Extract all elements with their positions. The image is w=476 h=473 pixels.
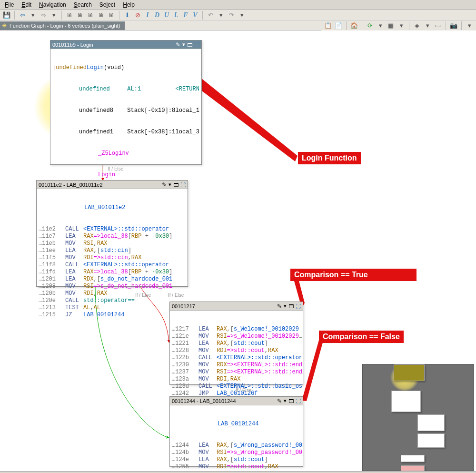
node-title: 001011b9 - Login bbox=[52, 42, 93, 48]
doc5-icon[interactable]: 🗎 bbox=[107, 10, 116, 20]
node-lab11e2[interactable]: 001011e2 - LAB_001011e2 ✎ ▾ 🗖 ⛶ LAB_0010… bbox=[36, 180, 188, 287]
nest-icon[interactable]: ◈ bbox=[412, 21, 422, 30]
menu-file[interactable]: File bbox=[2, 0, 17, 9]
menu-search[interactable]: Search bbox=[71, 0, 95, 9]
refresh-drop-icon[interactable]: ▾ bbox=[376, 21, 385, 30]
back-icon[interactable]: ⇦ bbox=[18, 10, 27, 20]
paste-icon[interactable]: 📄 bbox=[334, 21, 343, 30]
edge-label: If / Else bbox=[236, 388, 251, 393]
svg-marker-1 bbox=[195, 73, 298, 161]
redo-drop-icon[interactable]: ▾ bbox=[237, 10, 247, 20]
menu-icon[interactable]: ▾ bbox=[465, 21, 474, 30]
node-body: LAB_001011e2 …11e2CALL <EXTERNAL>::std::… bbox=[37, 189, 188, 334]
doc1-icon[interactable]: 🗎 bbox=[65, 10, 74, 20]
copy-icon[interactable]: 📋 bbox=[323, 21, 333, 30]
menu-select[interactable]: Select bbox=[97, 0, 118, 9]
node-body: LAB_00101244 …1244LEA RAX,[s_Wrong_passw… bbox=[170, 405, 303, 473]
layout-drop-icon[interactable]: ▾ bbox=[397, 21, 406, 30]
letter-i[interactable]: I bbox=[143, 11, 152, 19]
graph-canvas[interactable]: 001011b9 - Login ✎ ▾ 🗖 ⛶ |undefinedLogin… bbox=[0, 40, 476, 473]
panel-titlebar: ✳ Function Graph - Login - 6 vertices (p… bbox=[0, 21, 476, 30]
chevron-down-icon[interactable]: ▾ bbox=[284, 398, 287, 404]
edit-icon[interactable]: ✎ bbox=[162, 181, 167, 188]
edge-label: If / Else bbox=[135, 292, 151, 298]
menu-bar: File Edit Navigation Search Select Help bbox=[0, 0, 476, 10]
edge-label: If / Else bbox=[168, 292, 184, 298]
expand-icon[interactable]: ⛶ bbox=[194, 42, 199, 48]
restore-icon[interactable]: 🗖 bbox=[173, 182, 178, 188]
undo-drop-icon[interactable]: ▾ bbox=[216, 10, 226, 20]
nest-drop-icon[interactable]: ▾ bbox=[423, 21, 432, 30]
expand-icon[interactable]: ⛶ bbox=[296, 303, 301, 309]
menu-edit[interactable]: Edit bbox=[19, 0, 34, 9]
letter-f[interactable]: F bbox=[181, 11, 190, 19]
snapshot-icon[interactable]: 📷 bbox=[449, 21, 458, 30]
block-icon[interactable]: ▭ bbox=[433, 21, 443, 30]
doc2-icon[interactable]: 🗎 bbox=[75, 10, 85, 20]
restore-icon[interactable]: 🗖 bbox=[288, 303, 294, 309]
layout-icon[interactable]: ▦ bbox=[386, 21, 396, 30]
fwd-icon[interactable]: ⇨ bbox=[39, 10, 48, 20]
graph-icon: ✳ bbox=[2, 22, 7, 29]
down-arrow-icon[interactable]: ⬇ bbox=[122, 10, 132, 20]
menu-help[interactable]: Help bbox=[120, 0, 138, 9]
doc4-icon[interactable]: 🗎 bbox=[96, 10, 106, 20]
node-title: 00101217 bbox=[172, 303, 195, 309]
edit-icon[interactable]: ✎ bbox=[176, 41, 180, 48]
refresh-icon[interactable]: ⟳ bbox=[365, 21, 375, 30]
expand-icon[interactable]: ⛶ bbox=[296, 398, 301, 404]
back-drop-icon[interactable]: ▾ bbox=[28, 10, 38, 20]
doc3-icon[interactable]: 🗎 bbox=[86, 10, 95, 20]
chevron-down-icon[interactable]: ▾ bbox=[284, 303, 287, 309]
expand-icon[interactable]: ⛶ bbox=[180, 182, 186, 188]
edit-icon[interactable]: ✎ bbox=[277, 398, 282, 404]
node-title: 001011e2 - LAB_001011e2 bbox=[39, 182, 103, 188]
main-toolbar: 💾 ⇦ ▾ ⇨ ▾ 🗎 🗎 🗎 🗎 🗎 ⬇ ⊘ I D U L F V ↶ ▾ … bbox=[0, 10, 476, 21]
edit-icon[interactable]: ✎ bbox=[277, 303, 282, 310]
letter-u[interactable]: U bbox=[162, 11, 171, 19]
letter-l[interactable]: L bbox=[172, 11, 180, 19]
annotation-true: Comparison == True bbox=[290, 269, 416, 281]
letter-d[interactable]: D bbox=[153, 11, 161, 19]
fwd-drop-icon[interactable]: ▾ bbox=[49, 10, 59, 20]
annotation-login: Login Function bbox=[298, 152, 361, 164]
minimap[interactable] bbox=[362, 364, 474, 471]
letter-v[interactable]: V bbox=[191, 11, 199, 19]
node-101244[interactable]: 00101244 - LAB_00101244 ✎ ▾ 🗖 ⛶ LAB_0010… bbox=[169, 396, 303, 467]
restore-icon[interactable]: 🗖 bbox=[187, 42, 192, 48]
status-bar bbox=[0, 471, 476, 473]
annotation-false: Comparison == False bbox=[319, 331, 404, 343]
node-title: 00101244 - LAB_00101244 bbox=[172, 398, 236, 404]
svg-marker-3 bbox=[302, 337, 324, 401]
save-icon[interactable]: 💾 bbox=[2, 10, 11, 20]
menu-navigation[interactable]: Navigation bbox=[36, 0, 69, 9]
restore-icon[interactable]: 🗖 bbox=[288, 398, 294, 404]
asm-list-4: …1244LEA RAX,[s_Wrong_password!_001…124b… bbox=[170, 442, 303, 473]
home-icon[interactable]: 🏠 bbox=[349, 21, 359, 30]
chevron-down-icon[interactable]: ▾ bbox=[182, 41, 185, 48]
asm-list-2: …11e2CALL <EXTERNAL>::std::operator…11e7… bbox=[37, 226, 188, 319]
stop-icon[interactable]: ⊘ bbox=[133, 10, 142, 20]
redo-icon[interactable]: ↷ bbox=[227, 10, 236, 20]
node-login[interactable]: 001011b9 - Login ✎ ▾ 🗖 ⛶ |undefinedLogin… bbox=[50, 40, 202, 165]
edge-label: If / Else bbox=[108, 166, 123, 171]
chevron-down-icon[interactable]: ▾ bbox=[169, 181, 171, 188]
undo-icon[interactable]: ↶ bbox=[206, 10, 215, 20]
panel-title: Function Graph - Login - 6 vertices (pla… bbox=[10, 23, 120, 29]
asm-list-3: …1217LEA RAX,[s_Welcome!_00102029…121eMO… bbox=[170, 326, 303, 397]
node-101217[interactable]: 00101217 ✎ ▾ 🗖 ⛶ …1217LEA RAX,[s_Welcome… bbox=[169, 302, 303, 385]
